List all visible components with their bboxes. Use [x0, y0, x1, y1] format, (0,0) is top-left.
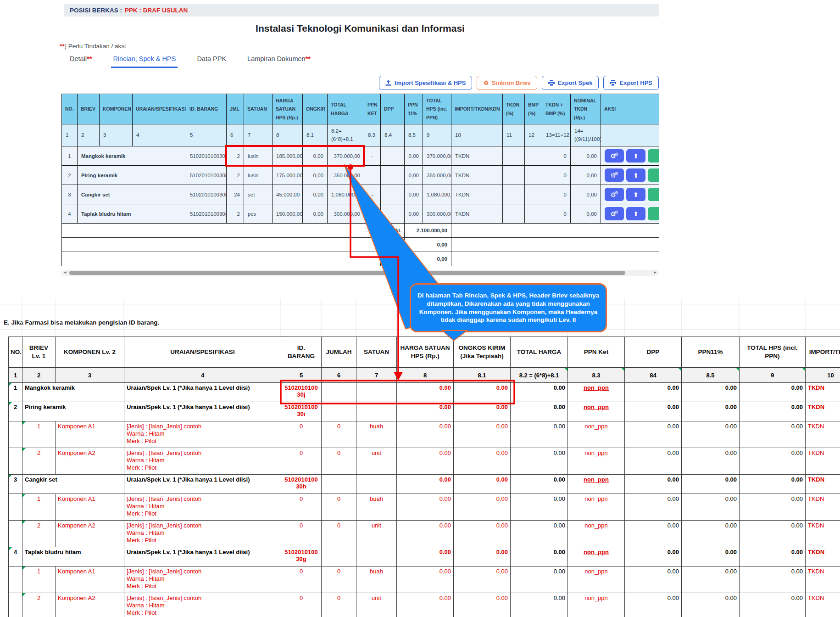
id-barang: 510201010030g [281, 547, 322, 567]
cell-marker [9, 402, 12, 405]
komponen-name: Komponen A1 [56, 567, 124, 593]
cell-marker [9, 475, 12, 478]
cell-marker [9, 383, 12, 386]
uraian-spek: Uraian/Spek Lv. 1 (*Jika hanya 1 Level d… [124, 402, 281, 421]
cell-marker [736, 368, 739, 371]
col-bmp: BMP (%) [525, 94, 542, 124]
tab-lampiran-dokumen[interactable]: Lampiran Dokumen** [245, 51, 312, 68]
ppn-row: 0,00 [62, 252, 659, 266]
spreadsheet-table: NO. BRIEV Lv. 1 KOMPONEN Lv. 2 URAIAN/SP… [8, 337, 840, 617]
ppn-value: 0,00 [405, 252, 451, 266]
item-name: Cangkir set [78, 185, 186, 204]
export-spek-button[interactable]: Export Spek [542, 76, 599, 90]
komponen-spek: [Jenis] : [Isian_Jenis] contohWarna : Hi… [124, 448, 281, 475]
col-ppn-ket: PPN KET [364, 94, 381, 124]
col-dpp: DPP [625, 337, 682, 368]
komponen-spek: [Jenis] : [Isian_Jenis] contohWarna : Hi… [124, 567, 281, 593]
note-text: ) Perlu Tindakan / aksi [65, 43, 126, 50]
more-action-button[interactable] [648, 149, 659, 163]
col-briev-lv1: BRIEV Lv. 1 [22, 337, 56, 368]
col-komponen: KOMPONEN [100, 94, 133, 124]
dpp-row: DPP 0,00 [62, 238, 659, 252]
component-row: 2 Komponen A2 [Jenis] : [Isian_Jenis] co… [9, 593, 840, 617]
total-row: TOTAL 2.100.000,00 [62, 224, 659, 238]
col-ppn11: PPN11% [682, 337, 740, 368]
cell-marker [22, 521, 26, 524]
col-total-harga: TOTAL HARGA [328, 94, 364, 124]
horizontal-scrollbar[interactable]: ◄ ► [61, 270, 659, 276]
ppn-label [381, 252, 405, 266]
settings-button[interactable]: ⚙⚙ [605, 149, 624, 163]
col-import-tkdn: IMPORT/TKDN/KDN [451, 94, 503, 124]
komponen-name: Komponen A1 [56, 494, 124, 521]
komponen-spek: [Jenis] : [Isian_Jenis] contohWarna : Hi… [124, 593, 281, 617]
more-action-button[interactable] [648, 207, 659, 220]
upload-button[interactable]: ⬆ [626, 149, 645, 163]
item-row: 4 Taplak bludru hitam Uraian/Spek Lv. 1 … [9, 547, 840, 567]
settings-button[interactable]: ⚙⚙ [605, 168, 624, 182]
col-ongkos-kirim: ONGKOS KIRIM (Jika Terpisah) [454, 337, 511, 368]
col-jumlah: JUMLAH [322, 337, 356, 368]
col-tkdn: TKDN (%) [503, 94, 525, 124]
export-hps-button[interactable]: Export HPS [603, 76, 659, 90]
import-spesifikasi-hps-button[interactable]: Import Spesifikasi & HPS [379, 76, 472, 90]
dpp-value: 0,00 [405, 238, 451, 252]
scroll-right-icon[interactable]: ► [653, 270, 657, 275]
settings-button[interactable]: ⚙⚙ [605, 188, 624, 201]
cell-marker [22, 494, 26, 497]
component-row: 1 Komponen A1 [Jenis] : [Isian_Jenis] co… [9, 421, 840, 448]
tab-data-ppk[interactable]: Data PPK [195, 51, 228, 68]
more-action-button[interactable] [648, 188, 659, 201]
table-row: 4 Taplak bludru hitam 510201010030g 2 pc… [62, 204, 659, 224]
cell-marker [621, 368, 624, 371]
komponen-spek: [Jenis] : [Isian_Jenis] contohWarna : Hi… [124, 421, 281, 448]
tab-bar: Detail** Rincian, Spek & HPS Data PPK La… [68, 51, 312, 68]
id-barang: 510201010030h [281, 475, 322, 494]
upload-button[interactable]: ⬆ [626, 168, 645, 182]
item-name: Piring keramik [22, 402, 124, 421]
cell-marker [9, 547, 12, 550]
col-ppn-ket: PPN Ket [568, 337, 625, 368]
col-total-hps: TOTAL HPS (inc. PPN) [423, 94, 451, 124]
printer-icon [548, 80, 555, 86]
col-total-hps: TOTAL HPS (incl. PPN) [740, 337, 806, 368]
scroll-left-icon[interactable]: ◄ [63, 270, 67, 275]
total-value: 2.100.000,00 [405, 224, 451, 238]
tab-rincian-spek-hps[interactable]: Rincian, Spek & HPS [111, 51, 178, 68]
action-note: **) Perlu Tindakan / aksi [60, 43, 126, 50]
settings-button[interactable]: ⚙⚙ [605, 207, 624, 220]
komponen-name: Komponen A2 [56, 448, 124, 475]
upload-icon: ⬆ [633, 172, 639, 179]
hps-table-container: NO. BRIEV KOMPONEN URAIAN/SPESIFIKASI ID… [61, 94, 659, 266]
hps-table-header: NO. BRIEV KOMPONEN URAIAN/SPESIFIKASI ID… [62, 94, 659, 124]
komponen-name: Komponen A2 [56, 593, 124, 617]
printer-icon [610, 80, 616, 86]
id-barang: 510201010030j [281, 383, 322, 402]
tab-detail-asterisks: ** [87, 55, 92, 62]
callout: Di halaman Tab Rincian, Spek & HPS, Head… [410, 283, 607, 332]
upload-button[interactable]: ⬆ [626, 188, 645, 201]
upload-button[interactable]: ⬆ [626, 207, 645, 220]
col-harga-satuan: HARGA SATUAN HPS (Rp.) [397, 337, 454, 368]
cell-marker [22, 448, 26, 451]
col-import-tkdn: IMPORT/TKDN [806, 337, 840, 368]
sinkron-briev-button[interactable]: ♻ Sinkron Briev [477, 76, 537, 90]
item-row: 3 Cangkir set Uraian/Spek Lv. 1 (*Jika h… [9, 475, 840, 494]
tab-detail[interactable]: Detail** [68, 51, 94, 68]
gear-icon: ⚙ [615, 210, 618, 214]
sheet-note: E. Jika Farmasi bisa melakukan pengisian… [4, 319, 159, 326]
id-barang: 510201010030i [281, 402, 322, 421]
gear-icon: ⚙ [615, 191, 618, 195]
note-asterisks: ** [60, 43, 65, 50]
file-position-label: POSISI BERKAS : [70, 7, 122, 14]
more-action-button[interactable] [648, 168, 659, 182]
component-row: 2 Komponen A2 [Jenis] : [Isian_Jenis] co… [9, 448, 840, 475]
ppn-ket-link: non_ppn [568, 383, 625, 402]
scrollbar-thumb[interactable] [69, 271, 625, 275]
cell-marker [22, 421, 26, 425]
uraian-spek: Uraian/Spek Lv. 1 (*Jika hanya 1 Level d… [124, 383, 281, 402]
table-row: 2 Piring keramik 510201010030i 2 lusin 1… [62, 166, 659, 185]
col-uraian: URAIAN/SPESIFIKASI [133, 94, 186, 124]
cell-marker [564, 368, 567, 371]
col-komponen-lv2: KOMPONEN Lv. 2 [56, 337, 124, 368]
